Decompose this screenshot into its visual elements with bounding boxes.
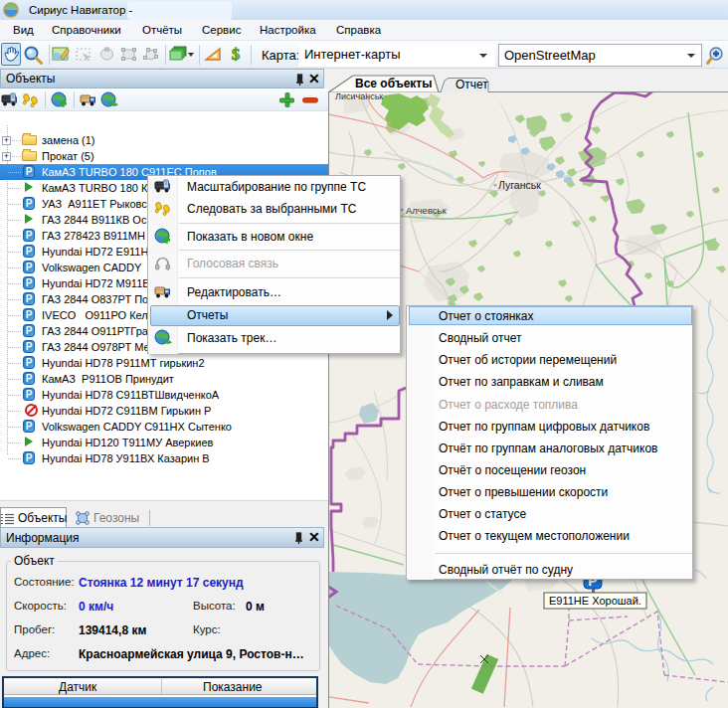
svg-text:Лисичанськ: Лисичанськ	[335, 92, 383, 101]
svg-text:Алчевськ: Алчевськ	[406, 205, 448, 216]
svg-text:Луганськ: Луганськ	[498, 179, 541, 191]
svg-text:Е911НЕ Хорошай.: Е911НЕ Хорошай.	[549, 595, 641, 607]
svg-text:$: $	[232, 45, 241, 64]
